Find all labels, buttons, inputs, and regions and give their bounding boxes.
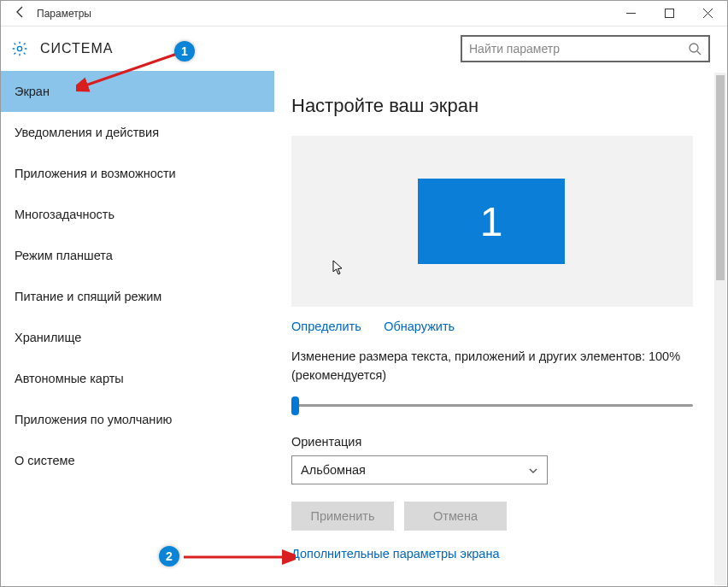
scale-slider[interactable] bbox=[291, 394, 693, 418]
sidebar: ЭкранУведомления и действияПриложения и … bbox=[1, 71, 274, 586]
settings-window: Параметры СИСТЕМА bbox=[0, 0, 728, 587]
window-controls bbox=[612, 1, 727, 26]
cancel-button: Отмена bbox=[404, 502, 507, 531]
display-preview: 1 bbox=[291, 136, 693, 307]
button-row: Применить Отмена bbox=[291, 502, 707, 531]
sidebar-item-7[interactable]: Автономные карты bbox=[1, 358, 274, 399]
search-icon bbox=[688, 42, 702, 56]
slider-track bbox=[291, 404, 693, 407]
section-title: СИСТЕМА bbox=[40, 41, 114, 56]
search-box[interactable] bbox=[461, 35, 710, 62]
slider-thumb[interactable] bbox=[291, 396, 299, 415]
sidebar-item-8[interactable]: Приложения по умолчанию bbox=[1, 399, 274, 440]
sidebar-item-6[interactable]: Хранилище bbox=[1, 317, 274, 358]
sidebar-item-2[interactable]: Приложения и возможности bbox=[1, 153, 274, 194]
monitor-tile-1[interactable]: 1 bbox=[418, 179, 565, 264]
gear-icon bbox=[11, 40, 28, 57]
display-links: Определить Обнаружить bbox=[291, 319, 707, 334]
header-row: СИСТЕМА bbox=[1, 26, 727, 71]
minimize-button[interactable] bbox=[612, 1, 650, 26]
back-button[interactable] bbox=[9, 5, 32, 21]
vertical-scrollbar[interactable] bbox=[714, 73, 726, 585]
orientation-select[interactable]: Альбомная bbox=[291, 455, 548, 484]
body: ЭкранУведомления и действияПриложения и … bbox=[1, 71, 727, 586]
advanced-display-link[interactable]: Дополнительные параметры экрана bbox=[291, 547, 500, 561]
svg-line-6 bbox=[697, 51, 701, 55]
sidebar-item-0[interactable]: Экран bbox=[1, 71, 274, 112]
sidebar-item-1[interactable]: Уведомления и действия bbox=[1, 112, 274, 153]
orientation-value: Альбомная bbox=[301, 463, 366, 477]
page-heading: Настройте ваш экран bbox=[291, 95, 707, 117]
chevron-down-icon bbox=[528, 465, 538, 475]
scale-label: Изменение размера текста, приложений и д… bbox=[291, 348, 707, 385]
close-button[interactable] bbox=[689, 1, 727, 26]
content-area: Настройте ваш экран 1 Определить Обнаруж… bbox=[274, 71, 727, 586]
annotation-badge-2: 2 bbox=[159, 546, 179, 566]
sidebar-item-3[interactable]: Многозадачность bbox=[1, 194, 274, 235]
monitor-number: 1 bbox=[480, 198, 503, 245]
svg-point-5 bbox=[690, 44, 698, 52]
apply-button: Применить bbox=[291, 502, 394, 531]
titlebar: Параметры bbox=[1, 1, 727, 26]
svg-point-4 bbox=[17, 46, 21, 50]
search-input[interactable] bbox=[469, 42, 688, 56]
detect-link[interactable]: Обнаружить bbox=[384, 320, 455, 333]
sidebar-item-5[interactable]: Питание и спящий режим bbox=[1, 276, 274, 317]
cursor-icon bbox=[332, 260, 344, 275]
identify-link[interactable]: Определить bbox=[291, 320, 361, 333]
window-title: Параметры bbox=[32, 8, 612, 20]
scrollbar-thumb[interactable] bbox=[716, 75, 725, 280]
annotation-badge-1: 1 bbox=[174, 41, 195, 62]
sidebar-item-4[interactable]: Режим планшета bbox=[1, 235, 274, 276]
sidebar-item-9[interactable]: О системе bbox=[1, 440, 274, 481]
svg-rect-1 bbox=[666, 9, 674, 18]
orientation-label: Ориентация bbox=[291, 435, 707, 449]
maximize-button[interactable] bbox=[650, 1, 689, 26]
